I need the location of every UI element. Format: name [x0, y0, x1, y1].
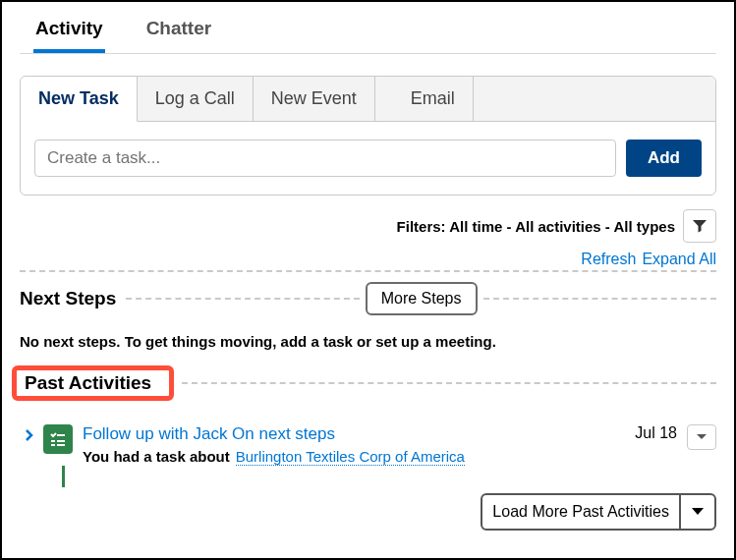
svg-rect-3 [51, 444, 55, 446]
refresh-link[interactable]: Refresh [581, 251, 636, 268]
timeline-links: Refresh Expand All [20, 251, 716, 268]
more-steps-button[interactable]: More Steps [366, 282, 478, 315]
tab-log-call[interactable]: Log a Call [138, 77, 254, 121]
caret-down-icon [691, 506, 705, 518]
load-more-button[interactable]: Load More Past Activities [482, 495, 679, 529]
load-more-split-button: Load More Past Activities [481, 493, 716, 531]
svg-rect-0 [57, 434, 65, 436]
activity-subline: You had a task about Burlington Textiles… [83, 448, 625, 466]
activity-menu-button[interactable] [687, 424, 716, 450]
load-more-row: Load More Past Activities [20, 493, 716, 531]
expand-toggle[interactable] [20, 424, 43, 446]
filter-button[interactable] [683, 209, 716, 243]
tab-email[interactable]: Email [393, 77, 474, 121]
activity-subline-prefix: You had a task about [83, 448, 230, 465]
chevron-right-icon [24, 428, 35, 442]
svg-rect-4 [57, 444, 65, 446]
next-steps-title: Next Steps [20, 288, 126, 309]
past-activities-header: Past Activities [20, 365, 716, 401]
top-tabs: Activity Chatter [20, 12, 716, 54]
filters-text: Filters: All time - All activities - All… [397, 218, 675, 235]
no-next-steps-text: No next steps. To get things moving, add… [20, 333, 716, 350]
related-record-link[interactable]: Burlington Textiles Corp of America [236, 448, 465, 466]
activity-body: Follow up with Jack On next steps You ha… [83, 424, 625, 466]
tab-new-task[interactable]: New Task [21, 77, 138, 122]
activity-date: Jul 18 [635, 424, 677, 442]
composer-tabs: New Task Log a Call New Event Email [21, 77, 715, 122]
next-steps-header: Next Steps More Steps [20, 282, 716, 315]
divider [20, 270, 716, 272]
checklist-icon [49, 430, 67, 448]
svg-rect-1 [51, 440, 55, 442]
tab-chatter[interactable]: Chatter [144, 12, 214, 53]
task-icon [43, 424, 73, 454]
load-more-menu[interactable] [679, 495, 714, 529]
funnel-icon [692, 218, 708, 234]
create-task-input[interactable] [34, 140, 616, 177]
past-activities-title: Past Activities [25, 372, 161, 394]
past-activities-highlight: Past Activities [12, 365, 174, 401]
activity-composer-panel: New Task Log a Call New Event Email Add [20, 76, 716, 196]
timeline-connector [62, 466, 65, 487]
dashed-line [483, 298, 717, 300]
filters-row: Filters: All time - All activities - All… [20, 209, 716, 243]
caret-down-icon [696, 432, 708, 442]
activity-subject-link[interactable]: Follow up with Jack On next steps [83, 424, 335, 443]
svg-rect-2 [57, 440, 65, 442]
tab-new-event[interactable]: New Event [254, 77, 375, 121]
add-button[interactable]: Add [626, 140, 702, 177]
tab-activity[interactable]: Activity [33, 12, 105, 53]
dashed-line [126, 298, 360, 300]
activity-item: Follow up with Jack On next steps You ha… [20, 424, 716, 466]
dashed-line [182, 382, 716, 384]
expand-all-link[interactable]: Expand All [642, 251, 716, 268]
task-row: Add [21, 122, 715, 195]
